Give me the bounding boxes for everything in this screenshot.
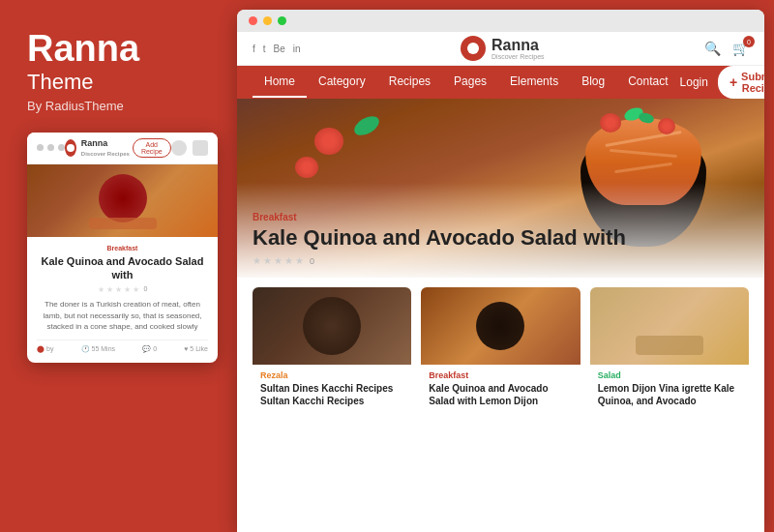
site-topbar: f t Be in Ranna Discover Recipes 🔍 🛒 0 [237, 32, 764, 66]
browser-dot-minimize[interactable] [263, 16, 272, 25]
mini-card-footer: ⬤ by 🕐 55 Mins 💬 0 ♥ 5 Like [37, 340, 208, 355]
mini-add-recipe-button[interactable]: Add Recipe [133, 138, 171, 158]
brand-subtitle: Theme [27, 70, 218, 95]
site-logo: Ranna Discover Recipes [461, 36, 544, 61]
pasta-line-3 [614, 163, 672, 173]
submit-recipe-button[interactable]: Submit Recipe [718, 66, 764, 99]
grid-card-1-title: Sultan Dines Kacchi Recipes Sultan Kacch… [260, 382, 403, 407]
recipe-grid: Rezala Sultan Dines Kacchi Recipes Sulta… [237, 278, 764, 423]
mini-menu-icon [193, 140, 208, 156]
nav-pages[interactable]: Pages [442, 67, 498, 98]
brand-name: Ranna [27, 29, 218, 70]
mini-star-2: ★ [106, 285, 113, 294]
site-navbar: Home Category Recipes Pages Elements Blo… [237, 66, 764, 99]
mini-star-3: ★ [115, 285, 122, 294]
window-dots [37, 144, 65, 151]
table-tomato-2 [295, 157, 318, 178]
dot-2 [47, 144, 54, 151]
hero-star-1: ★ [253, 255, 261, 266]
mini-logo-name: Ranna [81, 138, 108, 148]
mini-user-icon [171, 140, 187, 156]
mini-description: The doner is a Turkish creation of meat,… [37, 299, 208, 332]
nav-category[interactable]: Category [307, 67, 377, 98]
mini-time-value: 55 Mins [92, 345, 116, 352]
mini-star-rating: ★ ★ ★ ★ ★ 0 [37, 285, 208, 294]
grid-card-2[interactable]: Breakfast Kale Quinoa and Avocado Salad … [421, 287, 580, 413]
login-button[interactable]: Login [680, 75, 708, 89]
browser-dot-close[interactable] [249, 16, 257, 25]
mini-food-image [27, 164, 218, 237]
cart-icon-wrapper[interactable]: 🛒 0 [732, 41, 749, 56]
mini-by-text: by [46, 345, 53, 352]
grid-card-1-body: Rezala Sultan Dines Kacchi Recipes Sulta… [253, 365, 411, 413]
facebook-icon[interactable]: f [253, 44, 255, 54]
mini-preview-card: Ranna Discover Recipes Add Recipe Breakf… [27, 133, 218, 363]
mini-header: Ranna Discover Recipes Add Recipe [27, 133, 218, 164]
hero-title: Kale Quinoa and Avocado Salad with [253, 225, 749, 251]
browser-titlebar [237, 10, 764, 32]
mini-clock-icon: 🕐 [81, 345, 90, 353]
dot-3 [58, 144, 65, 151]
cart-count-badge: 0 [743, 36, 755, 47]
grid-card-3[interactable]: Salad Lemon Dijon Vina igrette Kale Quin… [590, 287, 749, 413]
mini-logo-sub: Discover Recipes [81, 151, 130, 157]
behance-icon[interactable]: Be [274, 44, 285, 54]
grid-card-2-category: Breakfast [429, 370, 572, 380]
mini-card-title: Kale Quinoa and Avocado Salad with [37, 254, 208, 282]
hero-star-rating: ★ ★ ★ ★ ★ 0 [253, 255, 749, 266]
linkedin-icon[interactable]: in [293, 44, 301, 54]
grid-card-3-category: Salad [598, 370, 741, 380]
mini-comments: 💬 0 [142, 345, 157, 353]
mini-time: 🕐 55 Mins [81, 345, 116, 353]
left-panel: Ranna Theme By RadiusTheme Ranna Discove… [0, 0, 237, 532]
mini-star-5: ★ [133, 285, 139, 294]
site-logo-name: Ranna [491, 38, 544, 53]
nav-elements[interactable]: Elements [498, 67, 570, 98]
search-icon[interactable]: 🔍 [704, 41, 721, 56]
mini-card-body: Breakfast Kale Quinoa and Avocado Salad … [27, 237, 218, 363]
mini-heart-icon: ♥ [184, 345, 188, 352]
grid-card-2-body: Breakfast Kale Quinoa and Avocado Salad … [421, 365, 580, 413]
hero-overlay: Breakfast Kale Quinoa and Avocado Salad … [237, 183, 764, 278]
grid-card-1[interactable]: Rezala Sultan Dines Kacchi Recipes Sulta… [253, 287, 411, 413]
site-logo-icon [461, 36, 486, 61]
mini-fav-count: 5 Like [190, 345, 208, 352]
mini-icons-right [171, 140, 208, 156]
table-herb [351, 112, 382, 139]
grid-card-1-image [253, 287, 411, 365]
nav-contact[interactable]: Contact [616, 67, 679, 98]
mini-category-label: Breakfast [37, 245, 208, 251]
social-icons: f t Be in [253, 44, 301, 54]
nav-right: Login Submit Recipe [680, 66, 764, 99]
dot-1 [37, 144, 44, 151]
hero-category-label: Breakfast [253, 212, 749, 222]
mini-logo-icon [65, 139, 76, 157]
table-tomato-1 [314, 128, 343, 155]
nav-blog[interactable]: Blog [570, 67, 616, 98]
nav-home[interactable]: Home [253, 67, 307, 98]
mini-logo: Ranna Discover Recipes [65, 138, 133, 158]
mini-logo-text: Ranna Discover Recipes [81, 138, 133, 158]
browser-window: f t Be in Ranna Discover Recipes 🔍 🛒 0 H… [237, 10, 764, 532]
topbar-right: 🔍 🛒 0 [704, 41, 749, 56]
hero-star-5: ★ [295, 255, 304, 266]
hero-section: Breakfast Kale Quinoa and Avocado Salad … [237, 99, 764, 278]
hero-star-4: ★ [284, 255, 293, 266]
nav-recipes[interactable]: Recipes [377, 67, 442, 98]
mini-comment-count: 0 [153, 345, 157, 352]
tomato-2 [658, 118, 675, 134]
hero-star-3: ★ [274, 255, 283, 266]
hero-star-count: 0 [310, 256, 314, 266]
grid-card-1-category: Rezala [260, 370, 403, 380]
nav-links: Home Category Recipes Pages Elements Blo… [253, 67, 680, 98]
twitter-icon[interactable]: t [263, 44, 266, 54]
site-logo-sub: Discover Recipes [491, 53, 544, 60]
site-logo-text: Ranna Discover Recipes [491, 38, 544, 60]
grid-card-2-title: Kale Quinoa and Avocado Salad with Lemon… [429, 382, 572, 407]
mini-star-4: ★ [124, 285, 131, 294]
brand-by: By RadiusTheme [27, 99, 218, 113]
hero-star-2: ★ [263, 255, 272, 266]
mini-author: ⬤ by [37, 345, 53, 353]
browser-dot-maximize[interactable] [278, 16, 286, 25]
mini-star-1: ★ [98, 285, 104, 294]
